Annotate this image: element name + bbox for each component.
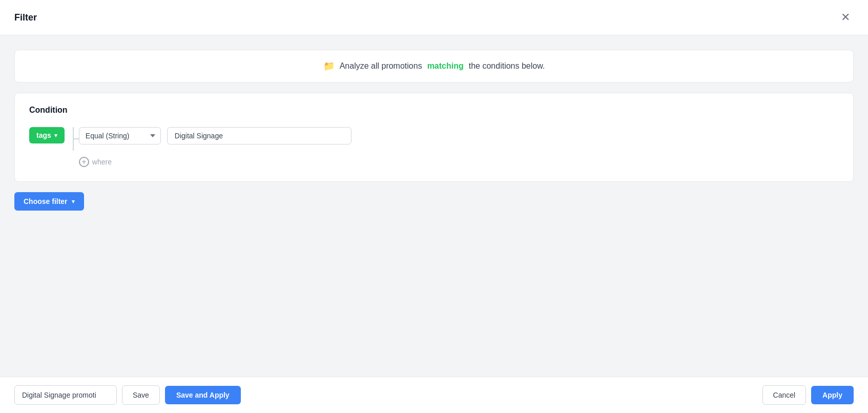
fields-and-where: Equal (String) Not Equal (String) Contai…: [79, 127, 352, 167]
tree-horizontal-line: [73, 138, 79, 139]
modal-body: 📁 Analyze all promotions matching the co…: [0, 35, 868, 377]
info-bar-text: 📁 Analyze all promotions matching the co…: [323, 60, 545, 72]
modal-header: Filter ✕: [0, 0, 868, 35]
condition-fields-row: Equal (String) Not Equal (String) Contai…: [79, 127, 352, 144]
info-text-post: the conditions below.: [469, 61, 545, 71]
where-label: where: [92, 158, 112, 166]
modal-footer: Save Save and Apply Cancel Apply: [0, 377, 868, 413]
info-bar: 📁 Analyze all promotions matching the co…: [14, 50, 854, 82]
cancel-button[interactable]: Cancel: [762, 385, 807, 405]
tree-connector: [69, 127, 79, 167]
choose-filter-label: Choose filter: [24, 197, 68, 205]
tags-chevron-icon: ▾: [54, 132, 57, 139]
tags-button[interactable]: tags ▾: [29, 127, 65, 143]
close-button[interactable]: ✕: [837, 9, 854, 26]
tags-label: tags: [36, 131, 51, 139]
save-button[interactable]: Save: [122, 385, 160, 405]
condition-card: Condition tags ▾ Equal (Str: [14, 93, 854, 182]
where-add-button[interactable]: + where: [79, 157, 112, 167]
close-icon: ✕: [841, 11, 850, 24]
folder-icon: 📁: [323, 60, 335, 72]
modal-overlay: Filter ✕ 📁 Analyze all promotions matchi…: [0, 0, 868, 413]
filter-name-input[interactable]: [14, 385, 117, 405]
choose-filter-container: Choose filter ▾: [14, 192, 854, 211]
choose-filter-button[interactable]: Choose filter ▾: [14, 192, 84, 211]
apply-button[interactable]: Apply: [811, 386, 854, 404]
save-and-apply-button[interactable]: Save and Apply: [165, 386, 241, 404]
choose-filter-chevron-icon: ▾: [72, 198, 75, 205]
matching-text: matching: [427, 61, 464, 71]
condition-layout: tags ▾ Equal (String) Not Equal (String): [29, 127, 839, 167]
footer-right: Cancel Apply: [762, 385, 854, 405]
value-input[interactable]: [167, 127, 352, 144]
modal-title: Filter: [14, 12, 37, 23]
footer-left: Save Save and Apply: [14, 385, 241, 405]
operator-select[interactable]: Equal (String) Not Equal (String) Contai…: [79, 127, 161, 144]
condition-title: Condition: [29, 106, 839, 115]
info-text-pre: Analyze all promotions: [340, 61, 422, 71]
where-row: + where: [79, 157, 352, 167]
plus-circle-icon: +: [79, 157, 89, 167]
